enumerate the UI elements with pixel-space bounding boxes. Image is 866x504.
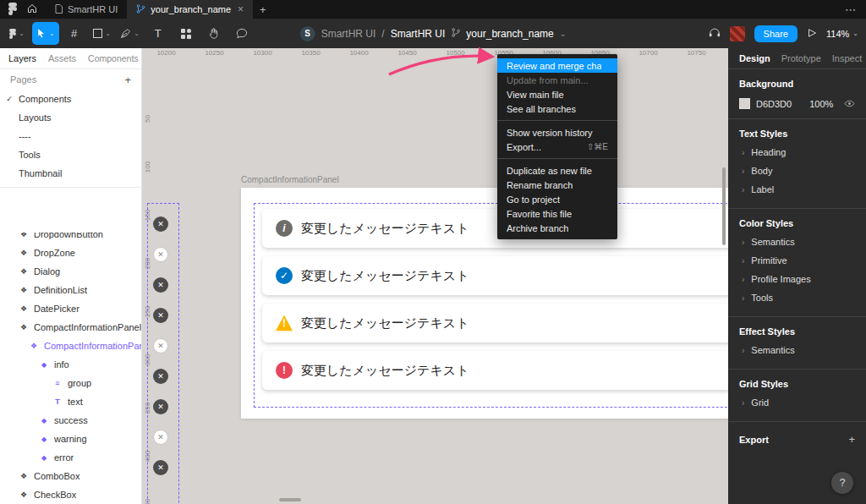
style-item[interactable]: › Tools [739, 288, 855, 307]
new-tab-button[interactable]: + [253, 0, 273, 19]
page-item[interactable]: Thumbnail [0, 164, 141, 183]
vertical-scrollbar[interactable] [722, 167, 726, 245]
comment-tool[interactable] [229, 22, 255, 45]
layer-item[interactable]: ❖ CheckBox [0, 485, 141, 504]
menu-item[interactable]: Go to project [497, 192, 617, 206]
close-badge[interactable]: ✕ [153, 369, 168, 384]
menu-item[interactable]: Export... ⇧⌘E [497, 140, 617, 154]
file-name[interactable]: SmartHR UI [391, 28, 446, 40]
page-item[interactable]: Layouts [0, 108, 141, 127]
menu-item[interactable]: Rename branch [497, 178, 617, 192]
tab-layers[interactable]: Layers [8, 53, 36, 63]
layer-item[interactable]: ❖ ComboBox [0, 467, 141, 485]
style-item[interactable]: › Primitive [739, 251, 855, 270]
add-export-button[interactable]: + [848, 433, 855, 446]
text-tool[interactable]: T [145, 22, 171, 45]
main-menu-button[interactable]: ⌄ [4, 22, 30, 45]
org-name[interactable]: SmartHR UI [321, 28, 376, 40]
menu-item[interactable]: Review and merge changes... [497, 58, 617, 73]
page-item[interactable]: Tools [0, 145, 141, 164]
layer-item[interactable]: ❖ CompactInformationPanel [0, 318, 141, 337]
information-panel[interactable]: i 変更したメッセージテキスト [262, 209, 728, 248]
tab-prototype[interactable]: Prototype [781, 53, 821, 63]
eye-icon[interactable] [844, 100, 855, 107]
close-icon[interactable]: × [238, 3, 244, 15]
add-page-button[interactable]: + [124, 74, 131, 86]
style-item[interactable]: › Label [739, 180, 855, 199]
shape-tool[interactable]: ⌄ [90, 22, 115, 45]
close-badge[interactable]: ✕ [153, 430, 168, 445]
chevron-down-icon[interactable]: ⌄ [560, 30, 567, 38]
branch-name[interactable]: your_branch_name [466, 28, 553, 40]
menu-item[interactable]: Favorite this file [497, 206, 617, 221]
layer-item[interactable]: ❖ DefinitionList [0, 281, 141, 299]
frame-tool[interactable]: # [62, 22, 87, 45]
tab-inspect[interactable]: Inspect [832, 53, 862, 63]
hand-tool[interactable] [201, 22, 227, 45]
style-item[interactable]: › Heading [739, 143, 855, 162]
menu-item[interactable]: Duplicate as new file [497, 163, 617, 178]
layer-item[interactable]: T text [0, 392, 141, 411]
layer-item[interactable]: ◆ error [0, 448, 141, 467]
user-avatar[interactable] [730, 26, 745, 41]
layer-item[interactable]: ≡ group [0, 374, 141, 392]
menu-item[interactable] [497, 158, 617, 159]
close-badge[interactable]: ✕ [153, 216, 168, 232]
color-swatch[interactable] [739, 98, 750, 109]
figma-logo-icon[interactable] [8, 3, 17, 17]
style-item[interactable]: › Grid [739, 393, 855, 412]
share-button[interactable]: Share [754, 25, 797, 42]
close-badge[interactable]: ✕ [153, 338, 168, 353]
close-badge[interactable]: ✕ [153, 460, 168, 475]
menu-item[interactable]: See all branches [497, 101, 617, 116]
tab-design[interactable]: Design [739, 53, 770, 63]
pen-tool[interactable]: ⌄ [118, 22, 143, 45]
library-dropdown[interactable]: Components ⌄ [88, 53, 142, 63]
page-item[interactable]: ✓ Components [0, 90, 141, 108]
present-button[interactable] [807, 26, 817, 41]
close-badge[interactable]: ✕ [153, 399, 168, 414]
zoom-control[interactable]: 114% ⌄ [826, 29, 858, 39]
frame-title[interactable]: CompactInformationPanel [241, 175, 339, 184]
help-button[interactable]: ? [831, 472, 853, 494]
menu-item[interactable]: Update from main... [497, 73, 617, 87]
close-badge[interactable]: ✕ [153, 277, 168, 293]
file-tab-smarthr-ui[interactable]: SmartHR UI [46, 0, 127, 19]
layer-item[interactable]: ◆ warning [0, 430, 141, 448]
menu-item[interactable]: Archive branch [497, 221, 617, 235]
canvas[interactable]: 1020010250103001035010400104501050010550… [142, 48, 728, 504]
layer-item[interactable]: ❖ DropdownButton [0, 233, 141, 244]
component-icon: ❖ [19, 233, 29, 238]
close-badge[interactable]: ✕ [153, 308, 168, 323]
move-tool[interactable]: ⌄ [32, 22, 59, 45]
style-item[interactable]: › Semantics [739, 341, 855, 359]
layer-item[interactable]: ❖ Dialog [0, 262, 141, 281]
background-hex[interactable]: D6D3D0 [756, 99, 792, 109]
style-item[interactable]: › Profile Images [739, 270, 855, 288]
close-badge[interactable]: ✕ [153, 247, 168, 262]
style-item[interactable]: › Body [739, 162, 855, 180]
information-panel[interactable]: ! 変更したメッセージテキスト [262, 351, 728, 390]
layer-item[interactable]: ❖ DropZone [0, 244, 141, 262]
layer-item[interactable]: ◆ info [0, 355, 141, 374]
chevron-down-icon: ⌄ [134, 30, 140, 37]
tab-assets[interactable]: Assets [48, 53, 76, 63]
home-icon[interactable] [27, 3, 37, 15]
audio-headset-icon[interactable] [709, 26, 721, 41]
resources-tool[interactable] [173, 22, 199, 45]
page-item[interactable]: ---- [0, 127, 141, 145]
background-opacity[interactable]: 100% [809, 99, 833, 109]
information-panel[interactable]: ✓ 変更したメッセージテキスト [262, 256, 728, 295]
org-avatar[interactable]: S [300, 26, 315, 41]
menu-item[interactable] [497, 120, 617, 121]
style-item[interactable]: › Semantics [739, 233, 855, 251]
more-options-icon[interactable]: ⋯ [835, 0, 866, 19]
layer-item[interactable]: ◆ success [0, 411, 141, 430]
layer-item[interactable]: ❖ DatePicker [0, 299, 141, 318]
menu-item[interactable]: View main file [497, 87, 617, 101]
horizontal-scrollbar[interactable] [279, 498, 301, 501]
layer-item[interactable]: ❖ CompactInformationPanel [0, 337, 141, 355]
menu-item[interactable]: Show version history [497, 125, 617, 140]
information-panel[interactable]: ! 変更したメッセージテキスト [262, 304, 728, 342]
file-tab-branch[interactable]: your_branch_name × [127, 0, 253, 19]
